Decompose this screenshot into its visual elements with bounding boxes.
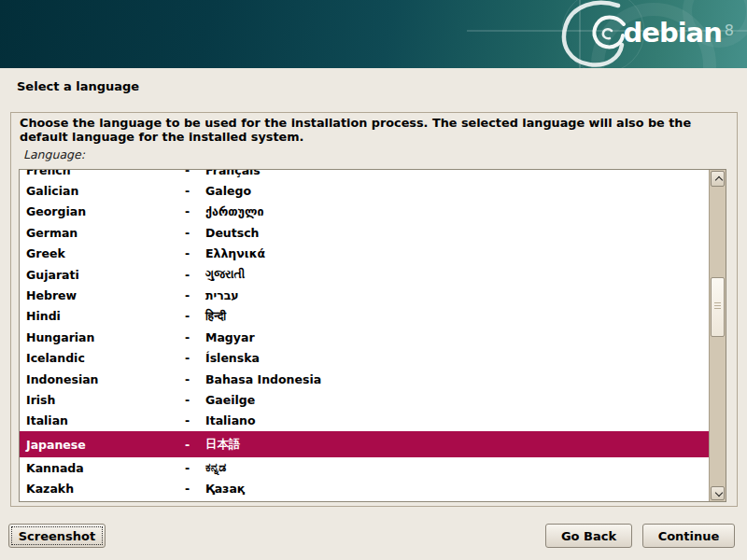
language-english-name: Georgian: [26, 204, 185, 218]
scroll-down-button[interactable]: [711, 486, 725, 500]
language-separator: -: [185, 351, 205, 365]
scroll-up-button[interactable]: [711, 171, 725, 187]
language-english-name: Italian: [26, 413, 185, 427]
language-row[interactable]: Icelandic - Íslenska: [20, 348, 709, 369]
language-native-name: עברית: [205, 288, 709, 302]
brand-name: debian: [623, 19, 721, 47]
language-native-name: ಕನ್ನಡ: [205, 460, 709, 475]
scrollbar-thumb[interactable]: [711, 277, 725, 337]
language-english-name: Kazakh: [26, 482, 185, 496]
language-separator: -: [185, 184, 205, 198]
go-back-button-label: Go Back: [561, 529, 616, 543]
language-row[interactable]: Georgian - ქართული: [20, 202, 709, 222]
instruction-text: Choose the language to be used for the i…: [20, 117, 691, 144]
continue-button[interactable]: Continue: [642, 524, 735, 548]
language-native-name: हिन्दी: [205, 309, 709, 324]
language-english-name: Greek: [26, 246, 185, 260]
language-native-name: Íslenska: [205, 351, 709, 365]
language-separator: -: [185, 330, 205, 344]
language-row[interactable]: Kannada - ಕನ್ನಡ: [20, 457, 709, 478]
language-row[interactable]: Japanese - 日本語: [20, 431, 709, 457]
language-native-name: Français: [205, 169, 709, 177]
language-row[interactable]: French - Français: [20, 169, 709, 180]
language-native-name: 日本語: [205, 437, 709, 453]
language-english-name: Hebrew: [26, 288, 185, 302]
language-row[interactable]: Hungarian - Magyar: [20, 327, 709, 347]
language-separator: -: [185, 413, 205, 427]
language-native-name: ગુજરાતી: [205, 267, 709, 282]
language-native-name: Gaeilge: [205, 393, 709, 407]
language-separator: -: [185, 393, 205, 407]
list-scrollbar[interactable]: [709, 170, 726, 501]
language-native-name: Magyar: [205, 330, 709, 344]
language-separator: -: [185, 309, 205, 323]
language-field-label: Language:: [23, 147, 85, 161]
instruction-line-1: Choose the language to be used for the i…: [20, 117, 691, 131]
language-native-name: Italiano: [205, 413, 709, 427]
language-english-name: Icelandic: [26, 351, 185, 365]
go-back-button[interactable]: Go Back: [545, 524, 632, 548]
chevron-up-icon: [714, 176, 722, 184]
language-row[interactable]: German - Deutsch: [20, 222, 709, 243]
language-native-name: Bahasa Indonesia: [205, 372, 709, 386]
language-separator: -: [185, 226, 205, 240]
language-separator: -: [185, 268, 205, 282]
language-separator: -: [185, 246, 205, 260]
page-title: Select a language: [17, 79, 139, 93]
language-row[interactable]: Hebrew - עברית: [20, 285, 709, 305]
scrollbar-grip-icon: [714, 302, 721, 311]
language-separator: -: [185, 461, 205, 475]
language-separator: -: [185, 204, 205, 218]
language-english-name: Kannada: [26, 461, 185, 475]
language-english-name: German: [26, 226, 185, 240]
instruction-line-2: default language for the installed syste…: [20, 131, 691, 145]
language-separator: -: [185, 438, 205, 452]
language-english-name: Gujarati: [26, 268, 185, 282]
language-row[interactable]: Greek - Ελληνικά: [20, 244, 709, 264]
language-separator: -: [185, 482, 205, 496]
language-english-name: Hindi: [26, 309, 185, 323]
language-native-name: Deutsch: [205, 226, 709, 240]
language-list[interactable]: French - Français Galician - Galego Geor…: [19, 169, 726, 502]
language-row[interactable]: Irish - Gaeilge: [20, 389, 709, 410]
language-separator: -: [185, 372, 205, 386]
language-rows: French - Français Galician - Galego Geor…: [20, 169, 709, 499]
main-frame: Choose the language to be used for the i…: [10, 112, 738, 507]
language-native-name: Galego: [205, 184, 709, 198]
language-native-name: ქართული: [205, 204, 709, 218]
language-separator: -: [185, 288, 205, 302]
language-native-name: Ελληνικά: [205, 246, 709, 260]
language-row[interactable]: Italian - Italiano: [20, 411, 709, 431]
language-row[interactable]: Hindi - हिन्दी: [20, 306, 709, 327]
language-english-name: Japanese: [26, 438, 185, 452]
focus-ring: [12, 527, 102, 544]
language-separator: -: [185, 169, 205, 177]
language-row[interactable]: Gujarati - ગુજરાતી: [20, 264, 709, 285]
language-native-name: Қазақ: [205, 482, 709, 496]
screenshot-button[interactable]: Screenshot: [8, 524, 106, 548]
language-row[interactable]: Kazakh - Қазақ: [20, 478, 709, 498]
banner: debian 8: [0, 0, 747, 68]
language-english-name: Indonesian: [26, 372, 185, 386]
language-english-name: French: [26, 169, 185, 177]
language-english-name: Galician: [26, 184, 185, 198]
brand-version: 8: [725, 21, 734, 39]
chevron-down-icon: [714, 489, 722, 497]
language-english-name: Irish: [26, 393, 185, 407]
language-row[interactable]: Indonesian - Bahasa Indonesia: [20, 369, 709, 389]
continue-button-label: Continue: [658, 529, 720, 543]
language-english-name: Hungarian: [26, 330, 185, 344]
brand-logo: debian 8: [623, 19, 734, 47]
language-row[interactable]: Galician - Galego: [20, 180, 709, 201]
